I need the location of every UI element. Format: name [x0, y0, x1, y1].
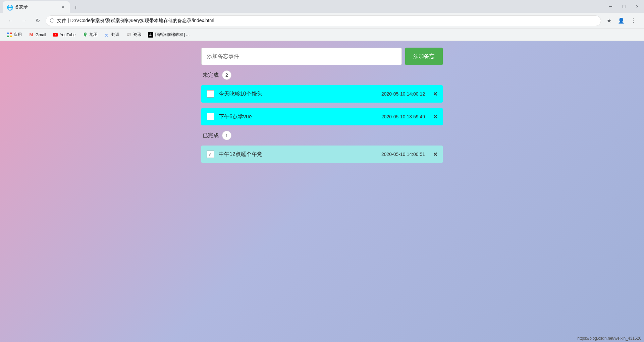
tab-close-button[interactable]: ×: [60, 4, 66, 10]
browser-window: 🌐 备忘录 × + ─ □ × ← → ↻ ⓘ 文件 | D:/VCode/js…: [0, 0, 644, 342]
bookmark-translate-label: 翻译: [111, 32, 119, 38]
gmail-icon: M: [29, 32, 34, 38]
tab-favicon: 🌐: [7, 4, 12, 10]
todo-text-3: 中午12点睡个午觉: [219, 151, 377, 158]
maximize-button[interactable]: □: [620, 2, 628, 10]
input-row: 添加备忘: [201, 48, 443, 65]
todo-item-incomplete-1: 今天吃够10个馒头 2020-05-10 14:00:12 ✕: [201, 85, 443, 103]
new-tab-button[interactable]: +: [71, 3, 80, 13]
close-button[interactable]: ×: [633, 2, 641, 10]
reload-button[interactable]: ↻: [32, 15, 43, 26]
todo-item-incomplete-2: 下午6点学vue 2020-05-10 13:59:49 ✕: [201, 108, 443, 125]
back-button[interactable]: ←: [5, 15, 16, 26]
svg-rect-0: [7, 33, 9, 34]
status-bar: https://blog.csdn.net/weixin_431526: [575, 335, 644, 342]
account-button[interactable]: 👤: [616, 15, 627, 26]
svg-rect-3: [10, 36, 12, 37]
todo-time-3: 2020-05-10 14:00:51: [381, 152, 425, 157]
memo-input[interactable]: [201, 48, 402, 65]
active-tab[interactable]: 🌐 备忘录 ×: [3, 1, 70, 13]
svg-rect-2: [7, 36, 9, 37]
address-text: 文件 | D:/VCode/js案例/测试案例/jQuery实现带本地存储的备忘…: [57, 18, 597, 24]
incomplete-title: 未完成: [203, 72, 219, 79]
incomplete-count: 2: [222, 70, 231, 80]
news-icon: 📰: [126, 32, 131, 38]
title-bar: 🌐 备忘录 × + ─ □ ×: [0, 0, 644, 13]
maps-icon: [83, 32, 88, 38]
youtube-icon: [53, 32, 58, 38]
bookmark-alixiaohe-label: 阿西河前端教程 | ...: [155, 32, 190, 38]
alixiaohe-icon: A: [148, 32, 153, 38]
tab-title: 备忘录: [15, 4, 58, 10]
footer-link: https://blog.csdn.net/weixin_431526: [577, 336, 641, 341]
todo-time-2: 2020-05-10 13:59:49: [381, 114, 425, 119]
todo-text-1: 今天吃够10个馒头: [219, 91, 377, 98]
address-secure-icon: ⓘ: [50, 18, 54, 24]
window-controls: ─ □ ×: [606, 2, 641, 10]
bookmark-gmail[interactable]: M Gmail: [26, 30, 49, 40]
todo-checkbox-3[interactable]: ✓: [207, 151, 214, 158]
bookmark-youtube-label: YouTube: [60, 33, 75, 37]
complete-title: 已完成: [203, 132, 219, 139]
bookmark-star-button[interactable]: ★: [604, 15, 614, 26]
bookmark-youtube[interactable]: YouTube: [50, 30, 78, 40]
memo-app: 添加备忘 未完成 2 今天吃够10个馒头 2020-05-10 14:00:12…: [201, 48, 443, 163]
translate-icon: 文: [104, 32, 110, 38]
page-content: 添加备忘 未完成 2 今天吃够10个馒头 2020-05-10 14:00:12…: [0, 41, 644, 342]
bookmark-news[interactable]: 📰 资讯: [123, 30, 144, 40]
svg-point-6: [85, 33, 86, 34]
bookmark-translate[interactable]: 文 翻译: [102, 30, 122, 40]
todo-checkbox-2[interactable]: [207, 113, 214, 120]
svg-rect-1: [10, 33, 12, 34]
address-bar[interactable]: ⓘ 文件 | D:/VCode/js案例/测试案例/jQuery实现带本地存储的…: [46, 15, 601, 26]
forward-button[interactable]: →: [19, 15, 30, 26]
todo-text-2: 下午6点学vue: [219, 113, 377, 120]
bookmark-gmail-label: Gmail: [36, 33, 46, 37]
complete-section-header: 已完成 1: [201, 131, 443, 140]
svg-text:文: 文: [105, 33, 108, 37]
todo-delete-2[interactable]: ✕: [433, 114, 437, 120]
add-memo-button[interactable]: 添加备忘: [405, 48, 443, 65]
nav-right-controls: ★ 👤 ⋮: [604, 15, 639, 26]
bookmark-apps[interactable]: 应用: [4, 30, 24, 40]
bookmarks-bar: 应用 M Gmail YouTube 地图: [0, 29, 644, 41]
complete-count: 1: [222, 131, 231, 140]
todo-checkbox-1[interactable]: [207, 90, 214, 98]
nav-bar: ← → ↻ ⓘ 文件 | D:/VCode/js案例/测试案例/jQuery实现…: [0, 13, 644, 29]
todo-delete-3[interactable]: ✕: [433, 151, 437, 158]
todo-delete-1[interactable]: ✕: [433, 91, 437, 97]
todo-time-1: 2020-05-10 14:00:12: [381, 91, 425, 97]
apps-icon: [7, 32, 12, 38]
tab-strip: 🌐 备忘录 × +: [3, 0, 604, 13]
menu-button[interactable]: ⋮: [628, 15, 639, 26]
bookmark-news-label: 资讯: [133, 32, 141, 38]
bookmark-maps-label: 地图: [90, 32, 98, 38]
todo-item-complete-1: ✓ 中午12点睡个午觉 2020-05-10 14:00:51 ✕: [201, 146, 443, 163]
bookmark-maps[interactable]: 地图: [80, 30, 100, 40]
bookmark-alixiaohe[interactable]: A 阿西河前端教程 | ...: [145, 30, 193, 40]
incomplete-section-header: 未完成 2: [201, 70, 443, 80]
bookmark-apps-label: 应用: [14, 32, 22, 38]
minimize-button[interactable]: ─: [606, 2, 614, 10]
